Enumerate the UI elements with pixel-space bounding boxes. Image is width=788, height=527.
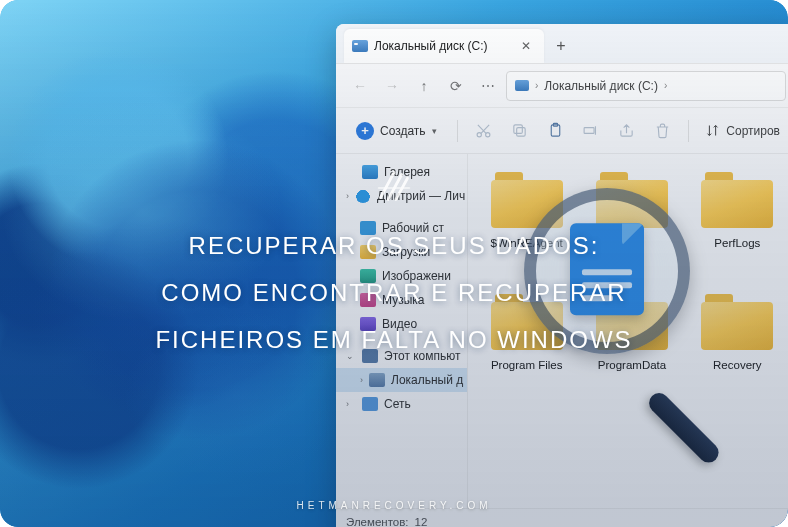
sidebar-item-label: Загрузки: [382, 245, 430, 259]
file-label: Program Files: [491, 358, 563, 372]
svg-rect-2: [516, 128, 525, 137]
close-icon[interactable]: ✕: [518, 38, 534, 54]
file-label: Recovery: [713, 358, 762, 372]
sort-label: Сортиров: [726, 124, 780, 138]
music-icon: [360, 293, 376, 307]
file-grid: $WinREAgent data PerfLogs Program Files …: [468, 154, 788, 508]
status-elements-count: 12: [414, 516, 427, 528]
create-button[interactable]: + Создать ▾: [346, 116, 447, 146]
pc-icon: [362, 349, 378, 363]
cloud-icon: [355, 189, 371, 203]
svg-rect-3: [514, 125, 523, 133]
plus-icon: +: [556, 37, 565, 55]
new-tab-button[interactable]: +: [544, 29, 578, 63]
folder-icon: [701, 294, 773, 350]
address-path[interactable]: › Локальный диск (C:) ›: [506, 71, 786, 101]
share-icon[interactable]: [611, 115, 643, 147]
sidebar-item-desktop[interactable]: Рабочий ст: [336, 216, 467, 240]
svg-point-1: [486, 133, 490, 137]
separator: [457, 120, 458, 142]
address-bar-row: ← → ↑ ⟳ ⋯ › Локальный диск (C:) ›: [336, 64, 788, 108]
drive-icon: [369, 373, 385, 387]
folder-item[interactable]: ProgramData: [581, 288, 682, 406]
sidebar-item-downloads[interactable]: Загрузки: [336, 240, 467, 264]
svg-point-0: [477, 133, 481, 137]
sidebar-item-label: Изображени: [382, 269, 451, 283]
desktop-icon: [360, 221, 376, 235]
sidebar-item-local-disk[interactable]: › Локальный д: [336, 368, 467, 392]
sidebar-item-pictures[interactable]: Изображени: [336, 264, 467, 288]
folder-item[interactable]: Program Files: [476, 288, 577, 406]
sidebar-item-label: Галерея: [384, 165, 430, 179]
sidebar-item-videos[interactable]: Видео: [336, 312, 467, 336]
nav-forward-button[interactable]: →: [378, 72, 406, 100]
folder-icon: [596, 294, 668, 350]
paste-icon[interactable]: [539, 115, 571, 147]
folder-item[interactable]: PerfLogs: [687, 166, 788, 284]
pictures-icon: [360, 269, 376, 283]
network-icon: [362, 397, 378, 411]
gallery-icon: [362, 165, 378, 179]
sidebar-item-gallery[interactable]: Галерея: [336, 160, 467, 184]
sidebar-item-music[interactable]: Музыка: [336, 288, 467, 312]
promo-canvas: Локальный диск (C:) ✕ + ← → ↑ ⟳ ⋯ › Лока…: [0, 0, 788, 527]
downloads-icon: [360, 245, 376, 259]
delete-icon[interactable]: [647, 115, 679, 147]
copy-icon[interactable]: [503, 115, 535, 147]
svg-rect-6: [584, 128, 594, 134]
nav-more-button[interactable]: ⋯: [474, 72, 502, 100]
sidebar-item-label: Сеть: [384, 397, 411, 411]
folder-icon: [491, 294, 563, 350]
video-icon: [360, 317, 376, 331]
tab-title: Локальный диск (C:): [374, 39, 512, 53]
sidebar-item-network[interactable]: › Сеть: [336, 392, 467, 416]
chevron-down-icon: ▾: [432, 126, 437, 136]
folder-item[interactable]: data: [581, 166, 682, 284]
toolbar: + Создать ▾: [336, 108, 788, 154]
folder-item[interactable]: Recovery: [687, 288, 788, 406]
sidebar-item-onedrive[interactable]: › Дмитрий — Лич: [336, 184, 467, 208]
status-elements-label: Элементов:: [346, 516, 408, 528]
sidebar-item-this-pc[interactable]: ⌄ Этот компьют: [336, 344, 467, 368]
separator: [688, 120, 689, 142]
status-bar: Элементов: 12: [336, 508, 788, 527]
folder-icon: [701, 172, 773, 228]
file-label: data: [621, 236, 643, 250]
file-label: ProgramData: [598, 358, 666, 372]
sidebar-item-label: Дмитрий — Лич: [377, 189, 465, 203]
tab-local-disk[interactable]: Локальный диск (C:) ✕: [344, 29, 544, 63]
plus-circle-icon: +: [356, 122, 374, 140]
drive-icon: [352, 40, 368, 52]
folder-item[interactable]: $WinREAgent: [476, 166, 577, 284]
sidebar-item-label: Музыка: [382, 293, 424, 307]
sort-button[interactable]: Сортиров: [699, 123, 786, 138]
nav-back-button[interactable]: ←: [346, 72, 374, 100]
chevron-right-icon: ›: [535, 80, 538, 91]
folder-icon: [491, 172, 563, 228]
nav-up-button[interactable]: ↑: [410, 72, 438, 100]
sidebar: Галерея › Дмитрий — Лич Рабочий ст Загру…: [336, 154, 468, 508]
chevron-down-icon: ⌄: [346, 351, 356, 361]
tab-bar: Локальный диск (C:) ✕ +: [336, 24, 788, 64]
file-label: $WinREAgent: [491, 236, 563, 250]
cut-icon[interactable]: [468, 115, 500, 147]
chevron-right-icon: ›: [346, 191, 349, 201]
chevron-right-icon: ›: [664, 80, 667, 91]
nav-refresh-button[interactable]: ⟳: [442, 72, 470, 100]
rename-icon[interactable]: [575, 115, 607, 147]
file-explorer-window: Локальный диск (C:) ✕ + ← → ↑ ⟳ ⋯ › Лока…: [336, 24, 788, 527]
chevron-right-icon: ›: [346, 399, 356, 409]
folder-icon: [596, 172, 668, 228]
file-label: PerfLogs: [714, 236, 760, 250]
drive-icon: [515, 80, 529, 91]
sidebar-item-label: Рабочий ст: [382, 221, 444, 235]
explorer-body: Галерея › Дмитрий — Лич Рабочий ст Загру…: [336, 154, 788, 508]
sidebar-item-label: Видео: [382, 317, 417, 331]
path-segment: Локальный диск (C:): [544, 79, 658, 93]
create-label: Создать: [380, 124, 426, 138]
chevron-right-icon: ›: [360, 375, 363, 385]
sidebar-item-label: Локальный д: [391, 373, 463, 387]
sidebar-item-label: Этот компьют: [384, 349, 461, 363]
